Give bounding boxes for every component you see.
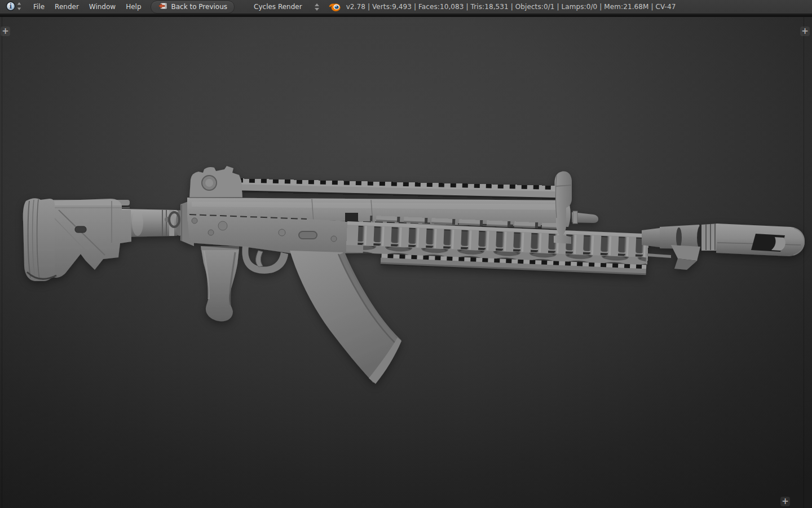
blender-window: { "header": { "menus": [ {"label": "File…: [0, 0, 812, 508]
menu-render[interactable]: Render: [50, 0, 84, 15]
expand-region-button-top-right[interactable]: +: [800, 27, 810, 36]
info-header: i File Render Window Help Back to Previo…: [0, 0, 812, 15]
back-arrow-icon: [158, 2, 167, 11]
info-icon: i: [6, 1, 16, 13]
3d-viewport[interactable]: + + +: [0, 17, 812, 508]
render-engine-selector[interactable]: Cycles Render: [254, 3, 302, 11]
svg-text:i: i: [10, 2, 12, 10]
header-collapse-arrows[interactable]: [315, 3, 319, 11]
back-to-previous-label: Back to Previous: [171, 3, 228, 11]
expand-region-button-top-left[interactable]: +: [1, 27, 10, 36]
rifle-model[interactable]: [0, 17, 812, 508]
editor-type-selector[interactable]: i: [6, 1, 21, 13]
menu-window[interactable]: Window: [84, 0, 121, 15]
menu-file[interactable]: File: [28, 0, 50, 15]
blender-logo-icon: [329, 2, 341, 12]
expand-region-button-bottom-right[interactable]: +: [780, 497, 790, 506]
back-to-previous-button[interactable]: Back to Previous: [151, 1, 235, 14]
scene-stats-text: v2.78 | Verts:9,493 | Faces:10,083 | Tri…: [346, 3, 676, 11]
editor-selector-arrows-icon: [17, 1, 21, 13]
menu-help[interactable]: Help: [121, 0, 146, 15]
